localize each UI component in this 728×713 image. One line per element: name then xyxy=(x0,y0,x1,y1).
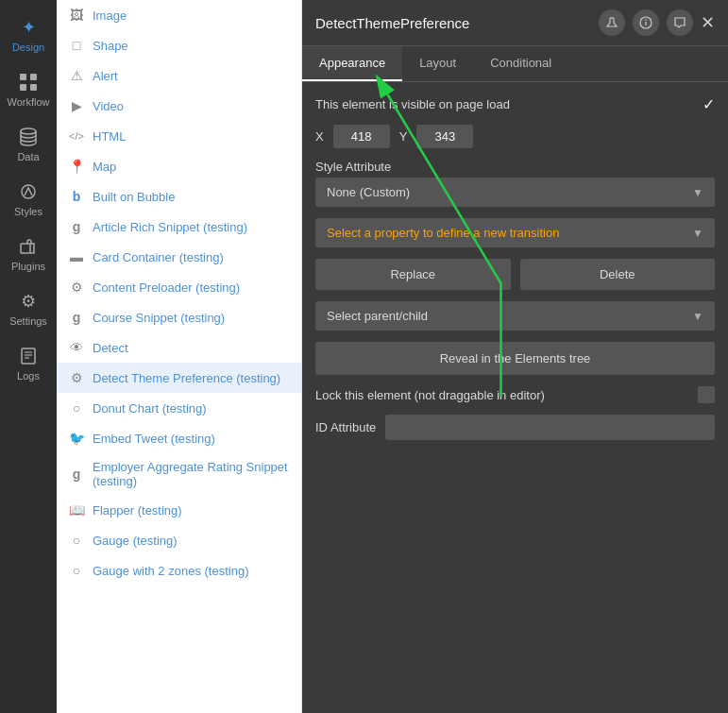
data-icon xyxy=(18,127,39,147)
sidebar-item-settings[interactable]: ⚙ Settings xyxy=(0,281,57,336)
image-icon: 🖼 xyxy=(68,7,85,24)
chat-btn[interactable] xyxy=(667,9,693,36)
workflow-icon xyxy=(18,72,39,93)
element-map[interactable]: 📍 Map xyxy=(57,151,301,181)
x-label: X xyxy=(315,129,324,144)
style-dropdown-arrow: ▼ xyxy=(692,186,703,199)
sidebar-label-design: Design xyxy=(12,42,44,53)
x-input[interactable] xyxy=(333,125,390,148)
tab-conditional[interactable]: Conditional xyxy=(473,46,568,81)
element-embedtweet[interactable]: 🐦 Embed Tweet (testing) xyxy=(57,423,301,453)
element-embedtweet-label: Embed Tweet (testing) xyxy=(93,432,215,446)
sidebar-item-workflow[interactable]: Workflow xyxy=(0,62,57,117)
sidebar: ✦ Design Workflow Data xyxy=(0,0,57,713)
contentpreloader-icon: ⚙ xyxy=(68,279,85,296)
element-donutchart-label: Donut Chart (testing) xyxy=(93,401,207,416)
replace-button[interactable]: Replace xyxy=(315,259,511,290)
transition-placeholder: Select a property to define a new transi… xyxy=(327,226,559,240)
element-image[interactable]: 🖼 Image xyxy=(57,0,301,30)
id-attribute-label: ID Attribute xyxy=(315,420,376,434)
element-detect[interactable]: 👁 Detect xyxy=(57,332,301,363)
element-video-label: Video xyxy=(93,99,124,113)
style-attribute-label: Style Attribute xyxy=(315,160,715,174)
employeraggregate-icon: g xyxy=(68,466,85,483)
element-contentpreloader[interactable]: ⚙ Content Preloader (testing) xyxy=(57,272,301,302)
parent-child-label: Select parent/child xyxy=(327,309,428,323)
flask-btn[interactable] xyxy=(599,9,625,36)
element-detecttheme[interactable]: ⚙ Detect Theme Preference (testing) xyxy=(57,363,301,393)
sidebar-label-logs: Logs xyxy=(17,370,40,382)
id-attribute-input[interactable] xyxy=(385,415,715,440)
element-articlerich[interactable]: g Article Rich Snippet (testing) xyxy=(57,212,301,242)
element-builtonbubble[interactable]: b Built on Bubble xyxy=(57,181,301,212)
element-shape[interactable]: □ Shape xyxy=(57,30,301,60)
flapper-icon: 📖 xyxy=(68,501,85,518)
element-alert[interactable]: ⚠ Alert xyxy=(57,60,301,91)
element-gaugewith2zones-label: Gauge with 2 zones (testing) xyxy=(93,564,248,578)
sidebar-item-data[interactable]: Data xyxy=(0,117,57,172)
builtonbubble-icon: b xyxy=(68,188,85,205)
map-icon: 📍 xyxy=(68,158,85,175)
parent-child-dropdown-arrow: ▼ xyxy=(692,310,703,323)
elements-panel: 🖼 Image □ Shape ⚠ Alert ▶ Video </> HTML… xyxy=(57,0,302,713)
element-image-label: Image xyxy=(93,8,127,23)
html-icon: </> xyxy=(68,127,85,144)
close-button[interactable]: ✕ xyxy=(701,12,715,33)
element-gaugewith2zones[interactable]: ○ Gauge with 2 zones (testing) xyxy=(57,555,301,586)
sidebar-item-plugins[interactable]: Plugins xyxy=(0,227,57,281)
y-label: Y xyxy=(399,129,408,144)
tab-layout[interactable]: Layout xyxy=(402,46,473,81)
svg-rect-7 xyxy=(22,348,35,364)
info-btn[interactable] xyxy=(633,9,659,36)
element-employeraggregate-label: Employer Aggregate Rating Snippet (testi… xyxy=(93,460,290,488)
element-html[interactable]: </> HTML xyxy=(57,121,301,151)
element-employeraggregate[interactable]: g Employer Aggregate Rating Snippet (tes… xyxy=(57,453,301,495)
sidebar-label-settings: Settings xyxy=(9,315,47,327)
element-flapper-label: Flapper (testing) xyxy=(93,503,182,518)
visibility-row: This element is visible on page load ✓ xyxy=(315,95,715,113)
element-builtonbubble-label: Built on Bubble xyxy=(93,190,175,204)
panel-title: DetectThemePreference xyxy=(315,15,469,31)
element-donutchart[interactable]: ○ Donut Chart (testing) xyxy=(57,393,301,423)
parent-child-row[interactable]: Select parent/child ▼ xyxy=(315,301,715,331)
lock-label: Lock this element (not draggable in edit… xyxy=(315,388,545,402)
element-coursesnippet-label: Course Snippet (testing) xyxy=(93,311,225,325)
sidebar-item-logs[interactable]: Logs xyxy=(0,336,57,391)
sidebar-item-design[interactable]: ✦ Design xyxy=(0,8,57,62)
embedtweet-icon: 🐦 xyxy=(68,430,85,447)
settings-icon: ⚙ xyxy=(18,291,39,312)
element-gauge-label: Gauge (testing) xyxy=(93,534,178,548)
delete-button[interactable]: Delete xyxy=(520,259,716,290)
shape-icon: □ xyxy=(68,37,85,54)
svg-rect-6 xyxy=(21,244,30,253)
reveal-button[interactable]: Reveal in the Elements tree xyxy=(315,342,715,375)
transition-dropdown-arrow: ▼ xyxy=(692,227,703,240)
style-attribute-value: None (Custom) xyxy=(327,185,410,199)
element-gauge[interactable]: ○ Gauge (testing) xyxy=(57,525,301,555)
sidebar-label-workflow: Workflow xyxy=(7,96,49,108)
sidebar-item-styles[interactable]: Styles xyxy=(0,172,57,227)
transition-dropdown[interactable]: Select a property to define a new transi… xyxy=(315,218,715,247)
element-coursesnippet[interactable]: g Course Snippet (testing) xyxy=(57,302,301,332)
gaugewith2zones-icon: ○ xyxy=(68,562,85,579)
style-attribute-dropdown[interactable]: None (Custom) ▼ xyxy=(315,178,715,207)
y-input[interactable] xyxy=(416,125,473,148)
visibility-label: This element is visible on page load xyxy=(315,97,510,111)
panel-header: DetectThemePreference ✕ xyxy=(302,0,728,46)
styles-icon xyxy=(18,181,39,202)
element-video[interactable]: ▶ Video xyxy=(57,91,301,121)
plugins-icon xyxy=(18,236,39,257)
element-flapper[interactable]: 📖 Flapper (testing) xyxy=(57,495,301,525)
panel-tabs: Appearance Layout Conditional xyxy=(302,46,728,82)
video-icon: ▶ xyxy=(68,97,85,114)
logs-icon xyxy=(18,346,39,366)
detecttheme-icon: ⚙ xyxy=(68,369,85,386)
element-cardcontainer[interactable]: ▬ Card Container (testing) xyxy=(57,242,301,272)
panel-header-icons: ✕ xyxy=(599,9,715,36)
element-cardcontainer-label: Card Container (testing) xyxy=(93,250,224,264)
tab-appearance[interactable]: Appearance xyxy=(302,46,402,81)
element-map-label: Map xyxy=(93,160,116,174)
element-alert-label: Alert xyxy=(93,69,118,83)
articlerich-icon: g xyxy=(68,218,85,235)
lock-checkbox[interactable] xyxy=(698,386,715,403)
